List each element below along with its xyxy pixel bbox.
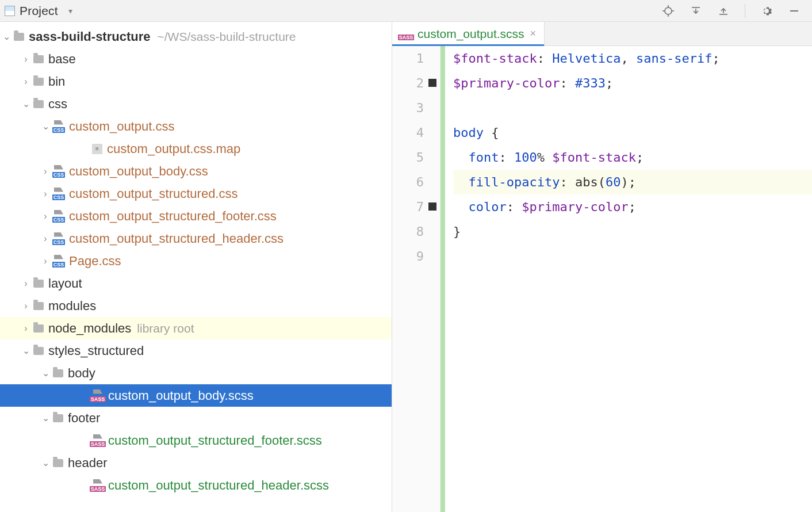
color-swatch-icon [428,202,436,211]
tree-root[interactable]: ⌄ sass-build-structure ~/WS/sass-build-s… [0,25,392,48]
code-line[interactable]: $primary-color: #333; [453,71,812,95]
chevron-down-icon[interactable]: ⌄ [41,457,49,468]
gear-icon[interactable] [760,5,773,17]
chevron-down-icon: ▾ [68,6,72,16]
project-selector[interactable]: Project ▾ [5,4,72,18]
chevron-right-icon[interactable]: › [41,166,49,177]
tree-folder-modules[interactable]: › modules [0,295,392,317]
chevron-down-icon[interactable]: ⌄ [22,98,30,109]
chevron-right-icon[interactable]: › [41,189,49,199]
tree-file-label: custom_output_body.scss [108,388,254,403]
project-icon [5,6,15,16]
tree-file-label: custom_output.css.map [107,142,240,156]
chevron-right-icon[interactable]: › [41,256,49,266]
expand-all-icon[interactable] [690,5,702,17]
chevron-down-icon[interactable]: ⌄ [2,31,10,42]
code-line[interactable]: } [453,219,812,244]
chevron-down-icon[interactable]: ⌄ [41,412,49,423]
tab-custom-output[interactable]: SASS custom_output.scss × [392,22,545,45]
tree-folder-header[interactable]: ⌄ header [0,452,392,474]
folder-icon [33,347,44,355]
chevron-right-icon[interactable]: › [22,278,30,289]
tree-folder-label: css [48,97,67,112]
tree-folder-css[interactable]: ⌄ css [0,93,392,115]
chevron-down-icon[interactable]: ⌄ [41,121,49,132]
tree-file[interactable]: › CSS custom_output_structured_footer.cs… [0,205,392,227]
tree-file[interactable]: · SASS custom_output_structured_footer.s… [0,429,392,452]
chevron-right-icon[interactable]: › [22,323,30,334]
tree-file[interactable]: › CSS Page.css [0,250,392,272]
chevron-right-icon[interactable]: › [41,211,49,221]
tab-label: custom_output.scss [418,27,524,41]
tree-file-selected[interactable]: · SASS custom_output_body.scss [0,384,392,407]
css-file-icon: CSS [53,120,64,133]
tree-file-label: custom_output_structured.css [69,186,238,201]
chevron-right-icon[interactable]: › [41,234,49,244]
tree-folder-label: styles_structured [48,343,144,358]
chevron-right-icon[interactable]: › [22,301,30,311]
line-number: 2 [392,71,424,95]
chevron-down-icon[interactable]: ⌄ [22,345,30,356]
tree-file-label: custom_output_structured_footer.css [69,209,277,224]
tree-file[interactable]: › CSS custom_output_body.css [0,160,392,182]
css-file-icon: CSS [53,165,64,178]
tree-root-label: sass-build-structure [29,29,151,44]
line-number: 5 [392,145,424,170]
tree-file[interactable]: › CSS custom_output_structured_header.cs… [0,227,392,250]
css-file-icon: CSS [53,255,64,268]
line-number: 4 [392,120,424,145]
toolbar: Project ▾ [0,0,812,22]
chevron-down-icon[interactable]: ⌄ [41,368,49,379]
tree-file[interactable]: · SASS custom_output_structured_header.s… [0,474,392,496]
folder-icon [53,369,63,377]
tree-file[interactable]: · ≡ custom_output.css.map [0,137,392,160]
project-tree[interactable]: ⌄ sass-build-structure ~/WS/sass-build-s… [0,22,392,512]
tree-folder-label: bin [48,74,65,89]
gutter: 1 2 3 4 5 6 7 8 9 [392,46,441,512]
sass-file-icon: SASS [92,479,104,492]
tree-folder-label: node_modules [48,321,131,336]
tree-file[interactable]: ⌄ CSS custom_output.css [0,115,392,137]
tree-folder-label: footer [68,411,100,426]
code-line[interactable]: color: $primary-color; [453,194,812,219]
tree-folder-layout[interactable]: › layout [0,272,392,295]
tree-folder-label: layout [48,276,82,291]
line-number: 7 [392,194,424,219]
line-number: 9 [392,244,424,269]
folder-icon [33,302,44,310]
locate-icon[interactable] [662,5,675,17]
tree-folder-bin[interactable]: › bin [0,70,392,93]
tree-folder-base[interactable]: › base [0,48,392,70]
tree-folder-footer[interactable]: ⌄ footer [0,407,392,429]
sass-file-icon: SASS [400,28,412,40]
code-line[interactable] [453,244,812,269]
css-file-icon: CSS [53,188,64,200]
code-editor[interactable]: 1 2 3 4 5 6 7 8 9 $font-stack: Helvetica… [392,46,812,512]
sass-file-icon: SASS [92,389,104,402]
code-line[interactable]: $font-stack: Helvetica, sans-serif; [453,46,812,71]
tree-folder-styles-structured[interactable]: ⌄ styles_structured [0,339,392,362]
code-line[interactable]: font: 100% $font-stack; [453,145,812,170]
tree-file[interactable]: › CSS custom_output_structured.css [0,182,392,205]
close-icon[interactable]: × [530,28,537,40]
line-number: 1 [392,46,424,71]
tree-folder-label: body [68,366,95,381]
folder-icon [33,280,44,288]
folder-icon [33,55,44,63]
code-line[interactable] [453,95,812,120]
collapse-all-icon[interactable] [717,5,730,17]
chevron-right-icon[interactable]: › [22,54,30,64]
chevron-right-icon[interactable]: › [22,77,30,87]
tree-folder-label: base [48,52,76,67]
tree-file-label: Page.css [69,254,121,269]
minimize-icon[interactable] [788,5,800,17]
code-area[interactable]: $font-stack: Helvetica, sans-serif; $pri… [445,46,812,512]
code-line-current[interactable]: fill-opacity: abs(60); [453,170,812,194]
separator [745,4,745,18]
tree-folder-node-modules[interactable]: › node_modules library root [0,317,392,339]
tree-folder-body[interactable]: ⌄ body [0,362,392,384]
tree-file-label: custom_output_structured_header.css [69,231,284,246]
tree-folder-label: header [68,456,108,471]
code-line[interactable]: body { [453,120,812,145]
tree-file-label: custom_output_structured_header.scss [108,478,329,493]
